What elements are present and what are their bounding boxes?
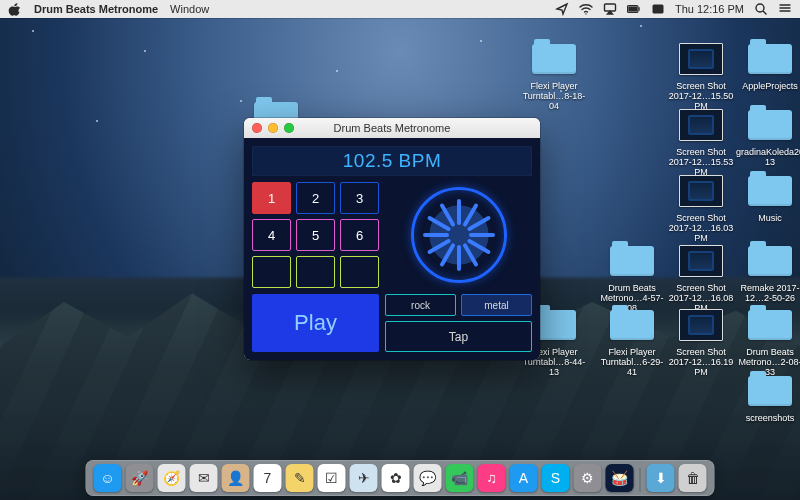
dock-app-mail[interactable]: ✉ [190, 464, 218, 492]
folder-icon [748, 246, 792, 276]
dock-app-launchpad[interactable]: 🚀 [126, 464, 154, 492]
screenshot-thumbnail-icon [679, 309, 723, 341]
svg-rect-3 [638, 7, 639, 11]
desktop-file[interactable]: Screen Shot 2017-12…16.19 PM [665, 306, 737, 377]
dock-downloads-stack[interactable]: ⬇ [647, 464, 675, 492]
apple-menu-icon[interactable] [8, 2, 22, 16]
beat-pad-empty-3[interactable] [340, 256, 379, 288]
desktop-icon-label: Remake 2017-12…2-50-26 [734, 283, 800, 303]
window-titlebar[interactable]: Drum Beats Metronome [244, 118, 540, 138]
folder-icon [748, 176, 792, 206]
folder-icon [532, 44, 576, 74]
notification-center-icon[interactable] [778, 2, 792, 16]
screenshot-thumbnail-icon [679, 175, 723, 207]
desktop-file[interactable]: Screen Shot 2017-12…15.53 PM [665, 106, 737, 177]
beat-pad-3[interactable]: 3 [340, 182, 379, 214]
dock-app-reminders[interactable]: ☑ [318, 464, 346, 492]
tempo-dial[interactable] [411, 187, 507, 283]
dock-trash[interactable]: 🗑 [679, 464, 707, 492]
folder-icon [610, 246, 654, 276]
desktop-icon-label: Music [758, 213, 782, 223]
desktop-icon-label: AppleProjects [742, 81, 798, 91]
desktop-folder[interactable]: Music [734, 172, 800, 223]
svg-point-6 [756, 4, 764, 12]
airplay-icon[interactable] [603, 2, 617, 16]
desktop-icon-label: gradinaKoleda2013 [734, 147, 800, 167]
keyboard-language-icon[interactable]: A [651, 2, 665, 16]
screenshot-thumbnail-icon [679, 109, 723, 141]
desktop-folder[interactable]: Flexi Player Turntabl…8-18-04 [518, 40, 590, 111]
desktop-icon-label: Flexi Player Turntabl…8-18-04 [518, 81, 590, 111]
beat-pad-empty-1[interactable] [252, 256, 291, 288]
traffic-zoom-icon[interactable] [284, 123, 294, 133]
svg-text:A: A [655, 5, 661, 14]
style-rock-button[interactable]: rock [385, 294, 456, 316]
dock-app-itunes[interactable]: ♫ [478, 464, 506, 492]
dock-app-safari[interactable]: 🧭 [158, 464, 186, 492]
bpm-display: 102.5 BPM [252, 146, 532, 176]
desktop-folder[interactable]: screenshots [734, 372, 800, 423]
dock-app-finder[interactable]: ☺ [94, 464, 122, 492]
screenshot-thumbnail-icon [679, 245, 723, 277]
beat-pad-1[interactable]: 1 [252, 182, 291, 214]
desktop: Drum Beats Metronome Window A Thu 12:16 … [0, 0, 800, 500]
desktop-file[interactable]: Screen Shot 2017-12…16.03 PM [665, 172, 737, 243]
dock-app-calendar[interactable]: 7 [254, 464, 282, 492]
desktop-folder[interactable]: Remake 2017-12…2-50-26 [734, 242, 800, 303]
folder-icon [748, 310, 792, 340]
app-body: 102.5 BPM 1 2 3 4 5 6 [244, 138, 540, 360]
menubar-clock[interactable]: Thu 12:16 PM [675, 3, 744, 15]
desktop-folder[interactable]: Drum Beats Metrono…2-08-33 [734, 306, 800, 377]
desktop-folder[interactable]: Drum Beats Metrono…4-57-08 [596, 242, 668, 313]
desktop-icon-label: Flexi Player Turntabl…6-29-41 [596, 347, 668, 377]
screenshot-thumbnail-icon [679, 43, 723, 75]
menubar: Drum Beats Metronome Window A Thu 12:16 … [0, 0, 800, 18]
desktop-icon-label: Screen Shot 2017-12…16.19 PM [665, 347, 737, 377]
app-window: Drum Beats Metronome 102.5 BPM 1 2 3 4 5… [244, 118, 540, 360]
dock-app-contacts[interactable]: 👤 [222, 464, 250, 492]
dock-app-maps[interactable]: ✈ [350, 464, 378, 492]
dock-app-notes[interactable]: ✎ [286, 464, 314, 492]
beat-pad-2[interactable]: 2 [296, 182, 335, 214]
beat-pad-4[interactable]: 4 [252, 219, 291, 251]
desktop-icon-label: Screen Shot 2017-12…16.03 PM [665, 213, 737, 243]
wifi-icon[interactable] [579, 2, 593, 16]
beat-pad-6[interactable]: 6 [340, 219, 379, 251]
desktop-folder[interactable]: AppleProjects [734, 40, 800, 91]
spotlight-icon[interactable] [754, 2, 768, 16]
battery-icon[interactable] [627, 2, 641, 16]
dock-app-appstore[interactable]: A [510, 464, 538, 492]
folder-icon [748, 110, 792, 140]
desktop-icon-label: screenshots [746, 413, 795, 423]
play-button[interactable]: Play [252, 294, 379, 352]
dock-app-facetime[interactable]: 📹 [446, 464, 474, 492]
dock-separator [640, 468, 641, 492]
desktop-file[interactable]: Screen Shot 2017-12…16.08 PM [665, 242, 737, 313]
folder-icon [610, 310, 654, 340]
beat-pad-empty-2[interactable] [296, 256, 335, 288]
folder-icon [748, 376, 792, 406]
style-metal-button[interactable]: metal [461, 294, 532, 316]
traffic-minimize-icon[interactable] [268, 123, 278, 133]
desktop-file[interactable]: Screen Shot 2017-12…15.50 PM [665, 40, 737, 111]
dock-app-messages[interactable]: 💬 [414, 464, 442, 492]
dock-app-drumbeats[interactable]: 🥁 [606, 464, 634, 492]
beat-pads-grid: 1 2 3 4 5 6 [252, 182, 379, 288]
desktop-folder[interactable]: gradinaKoleda2013 [734, 106, 800, 167]
dock-app-skype[interactable]: S [542, 464, 570, 492]
dock-app-preferences[interactable]: ⚙ [574, 464, 602, 492]
location-icon[interactable] [555, 2, 569, 16]
svg-rect-2 [628, 6, 637, 11]
menubar-app-name[interactable]: Drum Beats Metronome [34, 3, 158, 15]
beat-pad-5[interactable]: 5 [296, 219, 335, 251]
traffic-close-icon[interactable] [252, 123, 262, 133]
tap-button[interactable]: Tap [385, 321, 532, 352]
menubar-menu-window[interactable]: Window [170, 3, 209, 15]
dock-app-photos[interactable]: ✿ [382, 464, 410, 492]
dock: ☺🚀🧭✉👤7✎☑✈✿💬📹♫AS⚙🥁⬇🗑 [86, 460, 715, 496]
desktop-folder[interactable]: Flexi Player Turntabl…6-29-41 [596, 306, 668, 377]
folder-icon [748, 44, 792, 74]
